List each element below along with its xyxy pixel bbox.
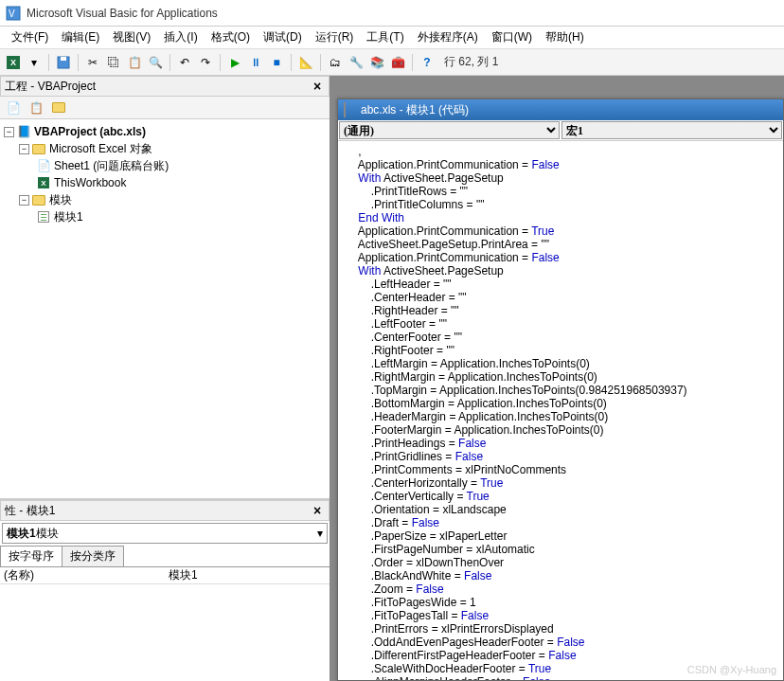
- menu-edit[interactable]: 编辑(E): [56, 27, 105, 47]
- collapse-icon[interactable]: −: [19, 144, 29, 154]
- properties-header: 性 - 模块1 ×: [0, 500, 330, 521]
- project-explorer-header: 工程 - VBAProject ×: [0, 76, 330, 97]
- menu-addins[interactable]: 外接程序(A): [412, 27, 484, 47]
- menu-format[interactable]: 格式(O): [205, 27, 256, 47]
- properties-panel: 性 - 模块1 × 模块1 模块 ▾ 按字母序 按分类序 (名称) 模块1: [0, 498, 330, 681]
- tree-sheet1[interactable]: 📄 Sheet1 (问题底稿台账): [4, 157, 326, 174]
- toolbar: X ▾ ✂ ⿻ 📋 🔍 ↶ ↷ ▶ ⏸ ■ 📐 🗂 🔧 📚 🧰 ? 行 62, …: [0, 49, 784, 76]
- object-browser-button[interactable]: 📚: [367, 53, 386, 72]
- object-dropdown[interactable]: (通用): [339, 121, 560, 139]
- tree-modules-folder[interactable]: − 模块: [4, 191, 326, 208]
- svg-text:V: V: [9, 9, 15, 19]
- menu-view[interactable]: 视图(V): [107, 27, 156, 47]
- menu-insert[interactable]: 插入(I): [158, 27, 203, 47]
- cut-button[interactable]: ✂: [83, 53, 102, 72]
- object-selector[interactable]: 模块1 模块 ▾: [2, 523, 328, 544]
- property-row[interactable]: (名称) 模块1: [0, 567, 330, 584]
- code-window-title: abc.xls - 模块1 (代码): [361, 102, 469, 118]
- property-name: (名称): [0, 567, 165, 583]
- project-tree[interactable]: − 📘 VBAProject (abc.xls) − Microsoft Exc…: [0, 119, 330, 498]
- tree-label[interactable]: 模块: [49, 192, 72, 208]
- code-dropdowns: (通用) 宏1: [338, 120, 783, 141]
- property-grid[interactable]: (名称) 模块1: [0, 567, 330, 681]
- menu-debug[interactable]: 调试(D): [258, 27, 308, 47]
- undo-button[interactable]: ↶: [175, 53, 194, 72]
- help-button[interactable]: ?: [418, 53, 437, 72]
- menu-file[interactable]: 文件(F): [6, 27, 54, 47]
- separator: [220, 54, 221, 71]
- module-icon: [344, 103, 357, 116]
- object-name: 模块1: [7, 526, 36, 542]
- tree-thisworkbook[interactable]: X ThisWorkbook: [4, 174, 326, 191]
- menu-bar: 文件(F) 编辑(E) 视图(V) 插入(I) 格式(O) 调试(D) 运行(R…: [0, 27, 784, 49]
- cursor-position: 行 62, 列 1: [444, 54, 498, 70]
- copy-button[interactable]: ⿻: [104, 53, 123, 72]
- code-window: abc.xls - 模块1 (代码) (通用) 宏1 , Application…: [337, 99, 784, 681]
- excel-button[interactable]: X: [4, 53, 23, 72]
- tree-root[interactable]: − 📘 VBAProject (abc.xls): [4, 123, 326, 140]
- view-code-button[interactable]: 📄: [4, 99, 23, 117]
- separator: [78, 54, 79, 71]
- run-button[interactable]: ▶: [225, 53, 244, 72]
- separator: [320, 54, 321, 71]
- code-window-titlebar[interactable]: abc.xls - 模块1 (代码): [338, 99, 783, 120]
- toggle-folders-button[interactable]: [49, 99, 68, 117]
- design-mode-button[interactable]: 📐: [296, 53, 315, 72]
- reset-button[interactable]: ■: [267, 53, 286, 72]
- separator: [48, 54, 49, 71]
- tree-label[interactable]: ThisWorkbook: [54, 176, 126, 189]
- paste-button[interactable]: 📋: [125, 53, 144, 72]
- dropdown-icon[interactable]: ▾: [317, 527, 323, 540]
- workbook-icon: X: [36, 175, 51, 190]
- find-button[interactable]: 🔍: [146, 53, 165, 72]
- tree-label[interactable]: Microsoft Excel 对象: [49, 141, 152, 157]
- separator: [169, 54, 170, 71]
- project-explorer-title: 工程 - VBAProject: [5, 79, 96, 95]
- project-explorer-button[interactable]: 🗂: [326, 53, 345, 72]
- title-bar: V Microsoft Visual Basic for Application…: [0, 0, 784, 27]
- menu-window[interactable]: 窗口(W): [486, 27, 538, 47]
- close-icon[interactable]: ×: [310, 79, 325, 94]
- tree-label[interactable]: 模块1: [54, 209, 83, 225]
- redo-button[interactable]: ↷: [196, 53, 215, 72]
- properties-button[interactable]: 🔧: [347, 53, 365, 72]
- folder-icon: [31, 192, 46, 207]
- procedure-dropdown[interactable]: 宏1: [561, 121, 782, 139]
- dropdown-icon[interactable]: ▾: [25, 53, 44, 72]
- break-button[interactable]: ⏸: [246, 53, 265, 72]
- tab-categorized[interactable]: 按分类序: [62, 546, 124, 566]
- module-icon: [36, 209, 51, 224]
- tree-label[interactable]: VBAProject (abc.xls): [34, 125, 146, 138]
- separator: [291, 54, 292, 71]
- tab-alphabetic[interactable]: 按字母序: [0, 546, 62, 566]
- separator: [412, 54, 413, 71]
- mdi-area: abc.xls - 模块1 (代码) (通用) 宏1 , Application…: [330, 76, 784, 681]
- window-title: Microsoft Visual Basic for Applications: [27, 7, 218, 20]
- menu-help[interactable]: 帮助(H): [540, 27, 590, 47]
- sheet-icon: 📄: [36, 158, 51, 173]
- project-toolbar: 📄 📋: [0, 97, 330, 119]
- folder-icon: [31, 141, 46, 156]
- toolbox-button[interactable]: 🧰: [388, 53, 407, 72]
- app-icon: V: [6, 6, 21, 21]
- property-value[interactable]: 模块1: [165, 567, 330, 583]
- collapse-icon[interactable]: −: [4, 127, 14, 137]
- menu-run[interactable]: 运行(R): [310, 27, 360, 47]
- tree-module1[interactable]: 模块1: [4, 208, 326, 225]
- property-tabs: 按字母序 按分类序: [0, 546, 330, 567]
- project-icon: 📘: [16, 124, 31, 139]
- code-editor[interactable]: , Application.PrintCommunication = False…: [338, 141, 783, 680]
- view-object-button[interactable]: 📋: [27, 99, 45, 117]
- save-button[interactable]: [54, 53, 73, 72]
- tree-excel-objects[interactable]: − Microsoft Excel 对象: [4, 140, 326, 157]
- close-icon[interactable]: ×: [310, 503, 325, 518]
- properties-title: 性 - 模块1: [5, 503, 55, 519]
- tree-label[interactable]: Sheet1 (问题底稿台账): [54, 158, 169, 174]
- svg-rect-3: [61, 57, 66, 61]
- collapse-icon[interactable]: −: [19, 195, 29, 206]
- object-type: 模块: [36, 526, 59, 542]
- menu-tools[interactable]: 工具(T): [361, 27, 409, 47]
